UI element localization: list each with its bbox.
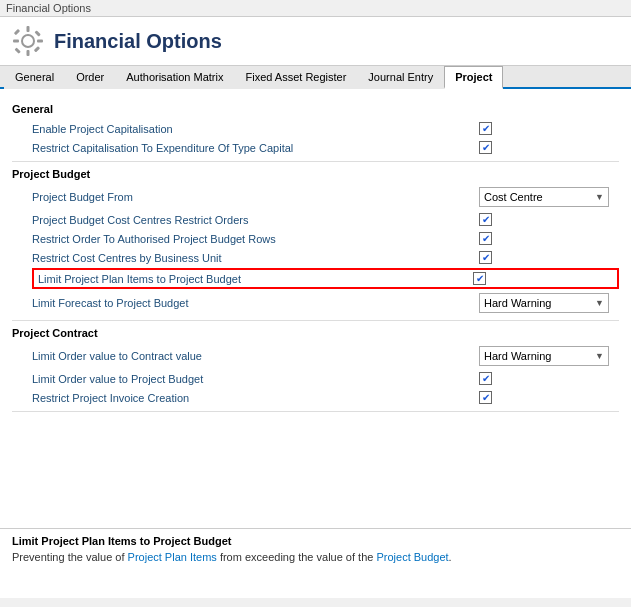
- dropdown-limit-order-contract[interactable]: Hard Warning▼: [479, 346, 609, 366]
- title-bar-text: Financial Options: [6, 2, 91, 14]
- tab-order[interactable]: Order: [65, 66, 115, 89]
- chevron-down-icon: ▼: [595, 298, 604, 308]
- option-row-restrict-cost-centres: Restrict Cost Centres by Business Unit: [32, 248, 619, 267]
- option-label-enable-project-capitalisation: Enable Project Capitalisation: [32, 123, 479, 135]
- dropdown-project-budget-from[interactable]: Cost Centre▼: [479, 187, 609, 207]
- section-content-project-budget: Project Budget FromCost Centre▼Project B…: [12, 184, 619, 316]
- option-control-enable-project-capitalisation: [479, 122, 619, 135]
- tab-general[interactable]: General: [4, 66, 65, 89]
- info-text-3: from exceeding the value of the: [217, 551, 377, 563]
- info-text-2: Project Plan Items: [128, 551, 217, 563]
- page-title: Financial Options: [54, 30, 222, 53]
- checkbox-limit-project-plan[interactable]: [473, 272, 486, 285]
- svg-rect-8: [34, 46, 40, 52]
- main-content: GeneralEnable Project CapitalisationRest…: [0, 89, 631, 528]
- option-control-limit-order-contract[interactable]: Hard Warning▼: [479, 346, 619, 366]
- option-label-limit-order-contract: Limit Order value to Contract value: [32, 350, 479, 362]
- option-row-enable-project-capitalisation: Enable Project Capitalisation: [32, 119, 619, 138]
- option-label-limit-forecast: Limit Forecast to Project Budget: [32, 297, 479, 309]
- option-row-restrict-capitalisation: Restrict Capitalisation To Expenditure O…: [32, 138, 619, 157]
- tab-fixed-asset-register[interactable]: Fixed Asset Register: [234, 66, 357, 89]
- chevron-down-icon: ▼: [595, 192, 604, 202]
- option-label-restrict-order-authorised: Restrict Order To Authorised Project Bud…: [32, 233, 479, 245]
- svg-rect-6: [34, 30, 40, 36]
- option-label-limit-order-project-budget: Limit Order value to Project Budget: [32, 373, 479, 385]
- tabs-bar: GeneralOrderAuthorisation MatrixFixed As…: [0, 66, 631, 89]
- option-row-restrict-order-authorised: Restrict Order To Authorised Project Bud…: [32, 229, 619, 248]
- option-label-project-budget-from: Project Budget From: [32, 191, 479, 203]
- dropdown-limit-forecast[interactable]: Hard Warning▼: [479, 293, 609, 313]
- info-text-5: .: [449, 551, 452, 563]
- section-divider-project-contract: [12, 411, 619, 412]
- checkbox-enable-project-capitalisation[interactable]: [479, 122, 492, 135]
- tab-project[interactable]: Project: [444, 66, 503, 89]
- svg-point-0: [22, 35, 34, 47]
- section-content-general: Enable Project CapitalisationRestrict Ca…: [12, 119, 619, 157]
- option-control-project-budget-from[interactable]: Cost Centre▼: [479, 187, 619, 207]
- option-label-restrict-capitalisation: Restrict Capitalisation To Expenditure O…: [32, 142, 479, 154]
- section-header-project-budget: Project Budget: [12, 168, 619, 180]
- svg-rect-3: [13, 40, 19, 43]
- dropdown-value-project-budget-from: Cost Centre: [484, 191, 543, 203]
- tab-journal-entry[interactable]: Journal Entry: [357, 66, 444, 89]
- option-row-limit-order-contract: Limit Order value to Contract valueHard …: [32, 343, 619, 369]
- option-control-limit-forecast[interactable]: Hard Warning▼: [479, 293, 619, 313]
- section-content-project-contract: Limit Order value to Contract valueHard …: [12, 343, 619, 407]
- option-control-restrict-cost-centres: [479, 251, 619, 264]
- option-control-restrict-project-invoice: [479, 391, 619, 404]
- checkbox-restrict-cost-centres[interactable]: [479, 251, 492, 264]
- svg-rect-2: [27, 50, 30, 56]
- option-row-limit-order-project-budget: Limit Order value to Project Budget: [32, 369, 619, 388]
- section-divider-project-budget: [12, 320, 619, 321]
- tab-authorisation-matrix[interactable]: Authorisation Matrix: [115, 66, 234, 89]
- option-control-limit-project-plan: [473, 272, 613, 285]
- section-divider-general: [12, 161, 619, 162]
- option-control-project-budget-cost-centres: [479, 213, 619, 226]
- option-label-restrict-project-invoice: Restrict Project Invoice Creation: [32, 392, 479, 404]
- option-label-restrict-cost-centres: Restrict Cost Centres by Business Unit: [32, 252, 479, 264]
- option-control-limit-order-project-budget: [479, 372, 619, 385]
- section-header-general: General: [12, 103, 619, 115]
- svg-rect-4: [37, 40, 43, 43]
- section-header-project-contract: Project Contract: [12, 327, 619, 339]
- info-text-1: Preventing the value of: [12, 551, 128, 563]
- checkbox-restrict-project-invoice[interactable]: [479, 391, 492, 404]
- info-text-4: Project Budget: [376, 551, 448, 563]
- option-label-project-budget-cost-centres: Project Budget Cost Centres Restrict Ord…: [32, 214, 479, 226]
- option-control-restrict-capitalisation: [479, 141, 619, 154]
- option-row-limit-forecast: Limit Forecast to Project BudgetHard War…: [32, 290, 619, 316]
- option-row-project-budget-cost-centres: Project Budget Cost Centres Restrict Ord…: [32, 210, 619, 229]
- svg-rect-1: [27, 26, 30, 32]
- chevron-down-icon: ▼: [595, 351, 604, 361]
- checkbox-project-budget-cost-centres[interactable]: [479, 213, 492, 226]
- info-panel-text: Preventing the value of Project Plan Ite…: [12, 550, 619, 565]
- option-label-limit-project-plan: Limit Project Plan Items to Project Budg…: [38, 273, 473, 285]
- option-row-project-budget-from: Project Budget FromCost Centre▼: [32, 184, 619, 210]
- option-row-restrict-project-invoice: Restrict Project Invoice Creation: [32, 388, 619, 407]
- option-row-limit-project-plan: Limit Project Plan Items to Project Budg…: [32, 268, 619, 289]
- info-panel: Limit Project Plan Items to Project Budg…: [0, 528, 631, 598]
- checkbox-limit-order-project-budget[interactable]: [479, 372, 492, 385]
- title-bar: Financial Options: [0, 0, 631, 17]
- svg-rect-7: [14, 47, 20, 53]
- settings-icon: [12, 25, 44, 57]
- info-panel-title: Limit Project Plan Items to Project Budg…: [12, 535, 619, 547]
- option-control-restrict-order-authorised: [479, 232, 619, 245]
- dropdown-value-limit-order-contract: Hard Warning: [484, 350, 551, 362]
- checkbox-restrict-order-authorised[interactable]: [479, 232, 492, 245]
- checkbox-restrict-capitalisation[interactable]: [479, 141, 492, 154]
- dropdown-value-limit-forecast: Hard Warning: [484, 297, 551, 309]
- svg-rect-5: [14, 29, 20, 35]
- header: Financial Options: [0, 17, 631, 66]
